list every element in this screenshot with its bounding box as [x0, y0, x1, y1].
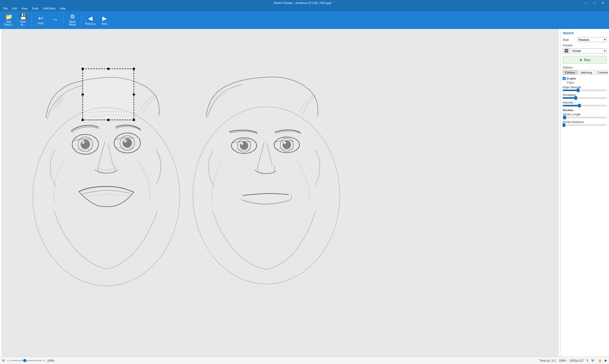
undo-button[interactable]: ↩ Undo	[34, 12, 47, 28]
stroke-length-thumb[interactable]	[563, 116, 566, 119]
svg-rect-19	[107, 119, 109, 121]
next-label: Next	[102, 22, 107, 25]
smudging-track[interactable]	[563, 97, 607, 99]
preset-value: Simple	[572, 49, 581, 52]
previous-button[interactable]: ◀ Previous	[84, 12, 97, 28]
status-right: Time (s): 3.2 108% 1920x1117 ℹ 🐦 👍 ▶	[539, 359, 607, 362]
canvas-area[interactable]	[0, 29, 560, 357]
window-controls: ─ □ ✕	[582, 1, 607, 5]
svg-rect-15	[133, 68, 135, 70]
stroke-thickness-track[interactable]	[563, 124, 607, 126]
preset-thumbnail: 🖼	[563, 48, 570, 54]
menu-edit[interactable]: Edit	[10, 6, 19, 11]
menu-file[interactable]: File	[1, 6, 10, 11]
preset-chevron-icon: ▾	[604, 49, 606, 53]
redo-icon: ↪	[52, 17, 57, 23]
undo-label: Undo	[37, 22, 44, 25]
info-icon[interactable]: ℹ	[587, 359, 588, 362]
toolbar-separator-3	[81, 13, 81, 27]
enable-edges-row: Enable	[563, 77, 607, 80]
enable-edges-checkbox[interactable]	[563, 77, 566, 80]
zoom-thumb[interactable]	[23, 359, 26, 362]
tab-hatching[interactable]: Hatching	[578, 70, 594, 75]
zoom-plus-icon[interactable]: +	[43, 359, 45, 362]
menu-bar: File Edit View Tools SoftOrbits Help	[0, 6, 609, 11]
svg-rect-14	[107, 68, 109, 70]
stroke-length-label: Stroke Length	[563, 113, 607, 116]
edge-strength-track[interactable]	[563, 90, 607, 91]
intensity-thumb[interactable]	[578, 104, 581, 107]
social-icon-2[interactable]: 👍	[598, 359, 602, 362]
toolbar: 📁 AddFile(s)... 💾 Saveas... ↩ Undo ↪ ⚙ B…	[0, 11, 609, 29]
preset-thumbnail-icon: 🖼	[564, 49, 568, 53]
style-dropdown[interactable]: Realistic ▾	[577, 37, 607, 42]
svg-rect-17	[133, 94, 135, 96]
style-label: Style	[563, 38, 576, 41]
add-files-icon: 📁	[5, 14, 12, 20]
intensity-track[interactable]	[563, 105, 607, 106]
run-button[interactable]: ➤ Run	[563, 56, 607, 64]
fit-to-window-icon[interactable]: ⊞	[2, 359, 4, 362]
social-icon-1[interactable]: 🐦	[591, 359, 595, 362]
tab-contour[interactable]: Contour	[563, 70, 578, 75]
intensity-section: Intensity	[563, 101, 607, 106]
smudging-label: Smudging	[563, 93, 607, 96]
minimize-button[interactable]: ─	[582, 1, 590, 5]
tab-colorize[interactable]: Colorize	[595, 70, 609, 75]
dimensions-label: 1920x1117	[569, 359, 584, 362]
intensity-label: Intensity	[563, 101, 607, 104]
batch-mode-button[interactable]: ⚙ BatchMode	[66, 12, 79, 28]
strokes-label: Strokes	[563, 109, 607, 112]
enable-edges-label: Enable	[567, 77, 576, 80]
edge-strength-fill	[563, 90, 578, 91]
svg-point-11	[124, 140, 126, 142]
zoom-minus-icon[interactable]: —	[7, 359, 9, 362]
stroke-length-section: Stroke Length	[563, 113, 607, 118]
svg-rect-20	[133, 119, 135, 121]
svg-point-4	[81, 140, 90, 149]
presets-label: Presets	[563, 44, 607, 47]
menu-view[interactable]: View	[19, 6, 30, 11]
style-value: Realistic	[579, 38, 590, 41]
style-row: Style Realistic ▾	[563, 37, 607, 42]
stroke-length-track[interactable]	[563, 117, 607, 118]
smudging-section: Smudging	[563, 93, 607, 99]
run-label: Run	[584, 58, 591, 62]
add-files-button[interactable]: 📁 AddFile(s)...	[2, 12, 15, 28]
toolbar-separator-1	[32, 13, 32, 27]
time-label: Time (s): 3.2	[539, 359, 555, 362]
options-label: Options	[563, 66, 607, 69]
maximize-button[interactable]: □	[591, 1, 598, 5]
undo-icon: ↩	[38, 16, 43, 21]
smudging-thumb[interactable]	[574, 96, 577, 100]
edge-strength-label: Edge Strength	[563, 86, 607, 89]
save-icon: 💾	[20, 14, 27, 20]
right-panel: Sketch Style Realistic ▾ Presets 🖼 Simpl…	[560, 29, 609, 357]
svg-rect-13	[82, 68, 84, 70]
save-as-button[interactable]: 💾 Saveas...	[16, 12, 30, 28]
panel-title: Sketch	[563, 31, 607, 35]
edge-strength-thumb[interactable]	[577, 88, 579, 92]
menu-softorbits[interactable]: SoftOrbits	[41, 6, 58, 11]
preset-dropdown[interactable]: Simple ▾	[571, 48, 607, 53]
close-button[interactable]: ✕	[599, 1, 607, 5]
stroke-thickness-label: Stroke thickness	[563, 120, 607, 124]
intensity-fill	[563, 105, 579, 106]
zoom-slider[interactable]	[11, 360, 42, 361]
main-container: Sketch Style Realistic ▾ Presets 🖼 Simpl…	[0, 29, 609, 357]
sketch-canvas	[0, 29, 560, 357]
next-button[interactable]: ▶ Next	[98, 12, 111, 28]
canvas-content	[0, 29, 560, 357]
smudging-fill	[563, 97, 576, 99]
svg-point-25	[241, 142, 243, 145]
stroke-thickness-thumb[interactable]	[563, 123, 565, 127]
redo-button[interactable]: ↪	[48, 12, 61, 28]
toolbar-separator-2	[64, 13, 64, 27]
menu-tools[interactable]: Tools	[30, 6, 41, 11]
title-bar: Sketch Drawer - emotions-371238_1920.jpg…	[0, 0, 609, 6]
menu-help[interactable]: Help	[58, 6, 68, 11]
social-icon-3[interactable]: ▶	[605, 359, 607, 362]
svg-point-29	[283, 141, 286, 144]
presets-row: 🖼 Simple ▾	[563, 48, 607, 54]
svg-rect-18	[82, 119, 84, 121]
